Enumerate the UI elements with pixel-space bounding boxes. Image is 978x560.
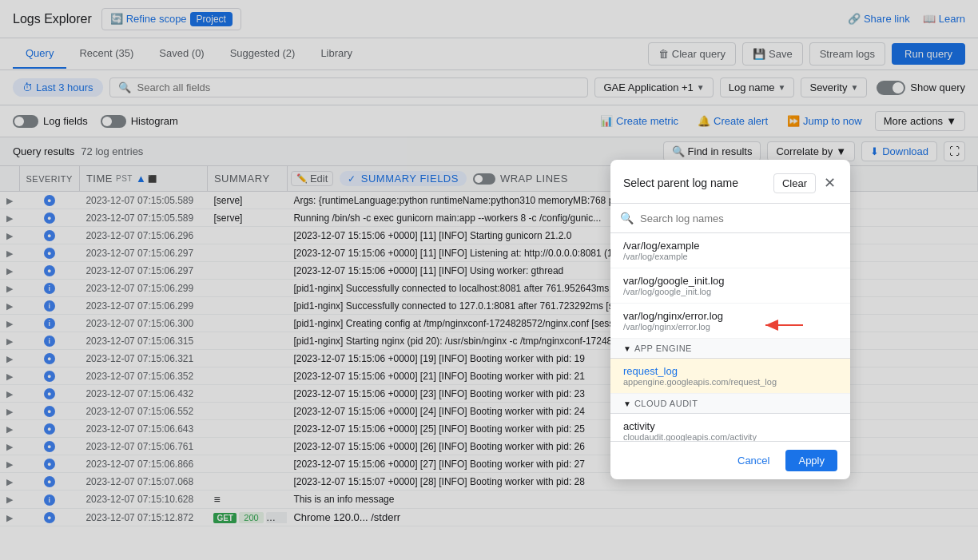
modal-list: /var/log/example /var/log/example var/lo… bbox=[610, 233, 850, 441]
modal-clear-button[interactable]: Clear bbox=[773, 173, 816, 193]
modal-search: 🔍 bbox=[610, 204, 850, 233]
section-header-app-engine: ▼ APP ENGINE bbox=[610, 339, 850, 359]
apply-button[interactable]: Apply bbox=[785, 450, 837, 471]
list-item-request-log[interactable]: request_log appengine.googleapis.com/req… bbox=[610, 359, 850, 394]
modal-close-button[interactable]: ✕ bbox=[822, 173, 837, 193]
chevron-down-icon: ▼ bbox=[623, 399, 631, 408]
section-header-cloud-audit: ▼ CLOUD AUDIT bbox=[610, 394, 850, 414]
list-item[interactable]: var/log/google_init.log /var/log/google_… bbox=[610, 268, 850, 304]
search-icon: 🔍 bbox=[620, 212, 634, 224]
list-item-activity[interactable]: activity cloudaudit.googleapis.com/activ… bbox=[610, 414, 850, 441]
list-item[interactable]: /var/log/example /var/log/example bbox=[610, 233, 850, 268]
modal-title: Select parent log name bbox=[623, 177, 738, 189]
modal-footer: Cancel Apply bbox=[610, 441, 850, 479]
select-log-name-modal: Select parent log name Clear ✕ 🔍 /var/lo… bbox=[610, 160, 850, 479]
chevron-down-icon: ▼ bbox=[623, 344, 631, 353]
cancel-button[interactable]: Cancel bbox=[728, 450, 779, 471]
modal-search-input[interactable] bbox=[640, 212, 841, 224]
list-item[interactable]: var/log/nginx/error.log /var/log/nginx/e… bbox=[610, 304, 850, 339]
modal-header: Select parent log name Clear ✕ bbox=[610, 160, 850, 204]
arrow-indicator bbox=[759, 318, 807, 336]
